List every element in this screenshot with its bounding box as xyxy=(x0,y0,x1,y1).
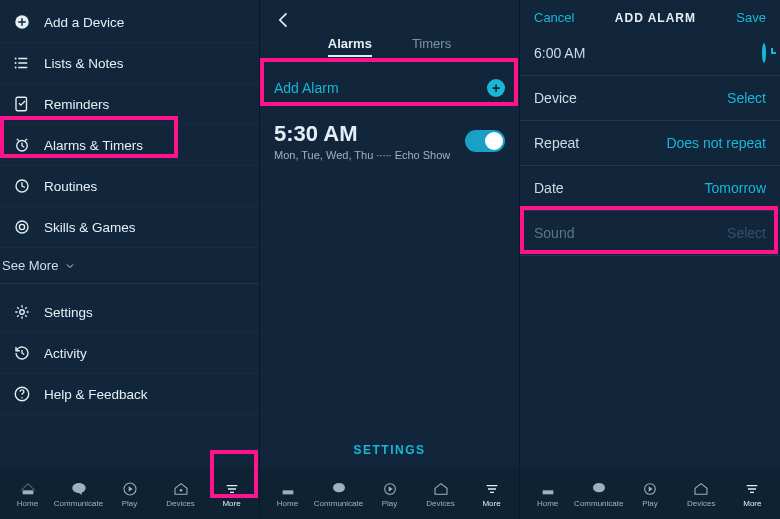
menu-label: Help & Feedback xyxy=(44,387,148,402)
menu-add-device[interactable]: Add a Device xyxy=(0,2,259,43)
save-button[interactable]: Save xyxy=(736,10,766,25)
menu-label: Add a Device xyxy=(44,15,124,30)
routine-icon xyxy=(12,176,32,196)
devices-icon xyxy=(690,481,712,497)
nav-more[interactable]: More xyxy=(469,481,515,508)
svg-point-3 xyxy=(15,67,17,69)
nav-label: More xyxy=(222,499,240,508)
time-value: 6:00 AM xyxy=(534,45,585,61)
back-button[interactable] xyxy=(260,0,519,32)
see-more-label: See More xyxy=(2,258,58,273)
history-icon xyxy=(12,343,32,363)
alarm-settings-link[interactable]: SETTINGS xyxy=(260,433,519,467)
list-icon xyxy=(12,53,32,73)
menu-settings[interactable]: Settings xyxy=(0,292,259,333)
tab-timers[interactable]: Timers xyxy=(412,36,451,57)
nav-communicate[interactable]: Communicate xyxy=(56,481,102,508)
menu-label: Settings xyxy=(44,305,93,320)
nav-label: Devices xyxy=(166,499,194,508)
row-date[interactable]: Date Tomorrow xyxy=(520,166,780,211)
row-device[interactable]: Device Select xyxy=(520,76,780,121)
more-icon xyxy=(481,481,503,497)
more-menu-list-2: Settings Activity Help & Feedback xyxy=(0,290,259,415)
svg-point-1 xyxy=(15,58,17,60)
add-alarm-button[interactable]: Add Alarm + xyxy=(260,65,519,111)
alarm-sub: Mon, Tue, Wed, Thu ····· Echo Show xyxy=(274,149,450,161)
bottom-nav: Home Communicate Play Devices More xyxy=(0,467,259,519)
menu-label: Routines xyxy=(44,179,97,194)
nav-home[interactable]: Home xyxy=(525,481,571,508)
nav-devices[interactable]: Devices xyxy=(418,481,464,508)
nav-play[interactable]: Play xyxy=(107,481,153,508)
menu-reminders[interactable]: Reminders xyxy=(0,84,259,125)
row-sound[interactable]: Sound Select xyxy=(520,211,780,256)
nav-communicate[interactable]: Communicate xyxy=(316,481,362,508)
nav-communicate[interactable]: Communicate xyxy=(576,481,622,508)
menu-label: Reminders xyxy=(44,97,109,112)
alarm-toggle[interactable] xyxy=(465,130,505,152)
nav-play[interactable]: Play xyxy=(627,481,673,508)
nav-label: Home xyxy=(537,499,558,508)
more-icon xyxy=(741,481,763,497)
menu-lists-notes[interactable]: Lists & Notes xyxy=(0,43,259,84)
alarm-icon xyxy=(12,135,32,155)
svg-point-11 xyxy=(21,397,23,399)
chat-icon xyxy=(68,481,90,497)
flag-icon xyxy=(12,94,32,114)
nav-devices[interactable]: Devices xyxy=(158,481,204,508)
chat-icon xyxy=(328,481,350,497)
svg-point-14 xyxy=(333,483,345,492)
alarm-row[interactable]: 5:30 AM Mon, Tue, Wed, Thu ····· Echo Sh… xyxy=(260,111,519,171)
menu-routines[interactable]: Routines xyxy=(0,166,259,207)
arrow-left-icon xyxy=(274,10,294,30)
play-icon xyxy=(379,481,401,497)
devices-icon xyxy=(170,481,192,497)
target-icon xyxy=(12,217,32,237)
row-label: Repeat xyxy=(534,135,579,151)
clock-icon xyxy=(762,45,766,61)
menu-help-feedback[interactable]: Help & Feedback xyxy=(0,374,259,415)
nav-label: Devices xyxy=(426,499,454,508)
menu-alarms-timers[interactable]: Alarms & Timers xyxy=(0,125,259,166)
row-label: Sound xyxy=(534,225,574,241)
svg-point-8 xyxy=(19,224,24,229)
nav-home[interactable]: Home xyxy=(265,481,311,508)
svg-point-7 xyxy=(16,221,28,233)
home-icon xyxy=(277,481,299,497)
nav-home[interactable]: Home xyxy=(5,481,51,508)
row-value: Does not repeat xyxy=(666,135,766,151)
bottom-nav: Home Communicate Play Devices More xyxy=(520,467,780,519)
chevron-down-icon xyxy=(64,260,76,272)
see-more-toggle[interactable]: See More xyxy=(0,248,259,284)
menu-label: Skills & Games xyxy=(44,220,136,235)
svg-point-13 xyxy=(179,489,182,492)
menu-skills-games[interactable]: Skills & Games xyxy=(0,207,259,248)
nav-more[interactable]: More xyxy=(209,481,255,508)
row-repeat[interactable]: Repeat Does not repeat xyxy=(520,121,780,166)
tabs: Alarms Timers xyxy=(260,32,519,65)
play-icon xyxy=(119,481,141,497)
row-value: Select xyxy=(727,90,766,106)
bottom-nav: Home Communicate Play Devices More xyxy=(260,467,519,519)
nav-label: Communicate xyxy=(54,499,103,508)
plus-icon: + xyxy=(487,79,505,97)
cancel-button[interactable]: Cancel xyxy=(534,10,574,25)
gear-icon xyxy=(12,302,32,322)
menu-activity[interactable]: Activity xyxy=(0,333,259,374)
menu-label: Lists & Notes xyxy=(44,56,124,71)
nav-play[interactable]: Play xyxy=(367,481,413,508)
nav-label: More xyxy=(743,499,761,508)
plus-circle-icon xyxy=(12,12,32,32)
nav-more[interactable]: More xyxy=(729,481,775,508)
tab-alarms[interactable]: Alarms xyxy=(328,36,372,57)
nav-label: Home xyxy=(17,499,38,508)
nav-label: Communicate xyxy=(314,499,363,508)
home-icon xyxy=(537,481,559,497)
row-time[interactable]: 6:00 AM xyxy=(520,31,780,76)
page-title: ADD ALARM xyxy=(615,11,696,25)
nav-label: Play xyxy=(382,499,398,508)
svg-point-2 xyxy=(15,62,17,64)
chat-icon xyxy=(588,481,610,497)
add-alarm-label: Add Alarm xyxy=(274,80,339,96)
nav-devices[interactable]: Devices xyxy=(678,481,724,508)
